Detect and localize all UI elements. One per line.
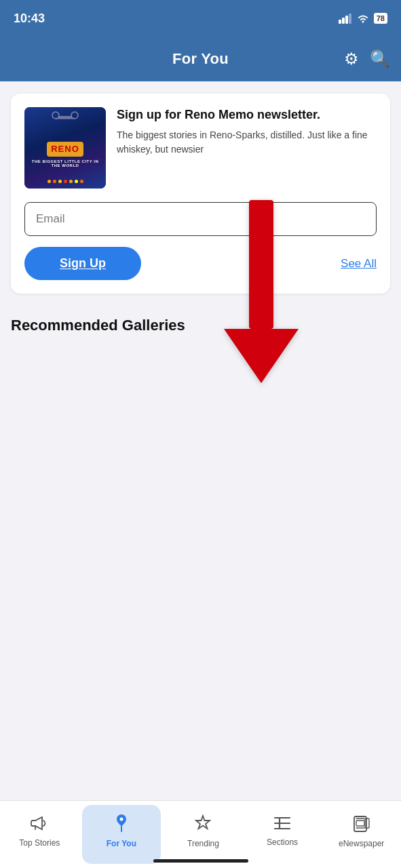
reno-sign: RENO	[47, 142, 83, 157]
trending-icon	[193, 814, 212, 835]
sections-icon	[273, 815, 292, 834]
email-input[interactable]	[24, 202, 377, 236]
nav-item-for-you[interactable]: For You	[82, 805, 161, 864]
svg-rect-1	[342, 18, 345, 24]
status-icons: 78	[339, 13, 387, 24]
newsletter-top-row: RENO THE BIGGEST LITTLE CITY IN THE WORL…	[24, 107, 377, 189]
home-indicator	[153, 859, 248, 863]
newsletter-title: Sign up for Reno Memo newsletter.	[117, 107, 377, 123]
settings-icon[interactable]: ⚙	[344, 50, 359, 68]
battery-indicator: 78	[374, 13, 387, 24]
newsletter-text: Sign up for Reno Memo newsletter. The bi…	[117, 107, 377, 157]
nav-item-enewspaper[interactable]: eNewspaper	[322, 801, 401, 868]
for-you-icon	[113, 814, 130, 835]
trending-label: Trending	[187, 839, 219, 848]
svg-point-4	[362, 21, 364, 23]
newsletter-image: RENO THE BIGGEST LITTLE CITY IN THE WORL…	[24, 107, 106, 189]
nav-item-trending[interactable]: Trending	[164, 801, 243, 868]
card-actions: Sign Up See All	[24, 247, 377, 280]
galleries-content	[11, 342, 390, 695]
sections-label: Sections	[267, 837, 298, 847]
reno-tagline: THE BIGGEST LITTLE CITY IN THE WORLD	[24, 159, 106, 167]
nav-item-top-stories[interactable]: Top Stories	[0, 801, 79, 868]
svg-point-7	[52, 112, 59, 119]
page-header: For You ⚙ 🔍	[0, 37, 401, 81]
top-stories-label: Top Stories	[19, 838, 60, 848]
svg-rect-0	[339, 20, 341, 24]
status-bar: 10:43 78	[0, 0, 401, 37]
nav-item-sections[interactable]: Sections	[243, 801, 322, 868]
svg-rect-23	[365, 818, 369, 828]
enewspaper-icon	[352, 814, 371, 835]
svg-rect-2	[345, 16, 348, 24]
galleries-section: Recommended Galleries	[0, 306, 401, 695]
see-all-link[interactable]: See All	[341, 257, 377, 271]
status-time: 10:43	[14, 12, 45, 26]
svg-point-12	[119, 818, 123, 821]
enewspaper-label: eNewspaper	[339, 839, 384, 848]
signal-icon	[339, 13, 352, 24]
page-title: For You	[172, 50, 229, 68]
svg-rect-9	[58, 116, 72, 119]
newsletter-card: RENO THE BIGGEST LITTLE CITY IN THE WORL…	[11, 94, 390, 294]
svg-rect-3	[349, 14, 351, 24]
newsletter-description: The biggest stories in Reno-Sparks, dist…	[117, 128, 377, 157]
header-actions: ⚙ 🔍	[344, 50, 390, 68]
city-lights	[24, 180, 106, 183]
wifi-icon	[356, 13, 370, 24]
bottom-nav: Top Stories For You Trending	[0, 800, 401, 868]
search-icon[interactable]: 🔍	[370, 50, 390, 68]
signup-button[interactable]: Sign Up	[24, 247, 141, 280]
svg-rect-20	[356, 821, 364, 826]
newsletter-section: RENO THE BIGGEST LITTLE CITY IN THE WORL…	[0, 81, 401, 306]
top-stories-icon	[30, 814, 49, 835]
svg-point-8	[71, 112, 78, 119]
svg-marker-14	[196, 816, 210, 829]
drone-icon	[52, 111, 79, 122]
galleries-title: Recommended Galleries	[11, 317, 390, 334]
for-you-label: For You	[107, 839, 136, 848]
